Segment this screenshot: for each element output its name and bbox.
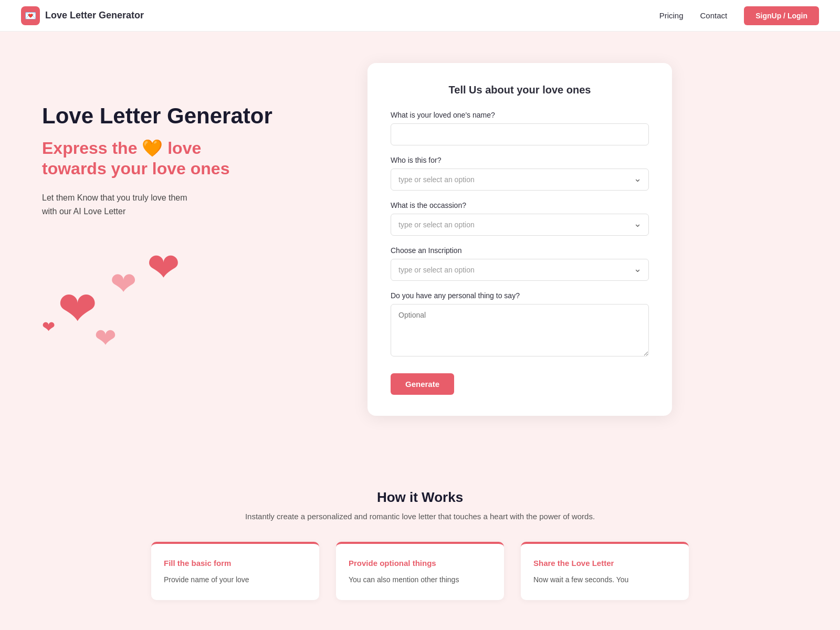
logo[interactable]: 💌 Love Letter Generator bbox=[21, 6, 144, 25]
hero-subtitle: Express the 🧡 love towards your love one… bbox=[42, 138, 336, 178]
step-1-desc: Provide name of your love bbox=[164, 574, 307, 585]
hero-desc-line1: Let them Know that you truly love them bbox=[42, 193, 187, 202]
signup-button[interactable]: SignUp / Login bbox=[744, 6, 819, 25]
who-field-group: Who is this for? type or select an optio… bbox=[391, 156, 649, 191]
navbar: 💌 Love Letter Generator Pricing Contact … bbox=[0, 0, 840, 32]
how-it-works-section: How it Works Instantly create a personal… bbox=[0, 458, 840, 630]
steps-grid: Fill the basic form Provide name of your… bbox=[42, 542, 798, 600]
who-select[interactable]: type or select an option bbox=[391, 169, 649, 191]
hero-content: Love Letter Generator Express the 🧡 love… bbox=[42, 103, 336, 375]
inscription-label: Choose an Inscription bbox=[391, 246, 649, 255]
occasion-select-wrapper: type or select an option bbox=[391, 214, 649, 236]
step-card-2: Provide optional things You can also men… bbox=[336, 542, 504, 600]
heart-2: ❤ bbox=[110, 265, 136, 302]
heart-4: ❤ bbox=[42, 318, 55, 336]
name-field-group: What is your loved one's name? bbox=[391, 111, 649, 145]
step-card-1: Fill the basic form Provide name of your… bbox=[151, 542, 319, 600]
inscription-select[interactable]: type or select an option bbox=[391, 259, 649, 281]
inscription-select-wrapper: type or select an option bbox=[391, 259, 649, 281]
step-2-desc: You can also mention other things bbox=[349, 574, 491, 585]
form-card: Tell Us about your love ones What is you… bbox=[368, 63, 672, 416]
how-description: Instantly create a personalized and roma… bbox=[42, 512, 798, 521]
hero-subtitle-line1: Express the 🧡 love bbox=[42, 139, 201, 158]
logo-icon: 💌 bbox=[21, 6, 40, 25]
hero-title: Love Letter Generator bbox=[42, 103, 336, 129]
who-select-wrapper: type or select an option bbox=[391, 169, 649, 191]
heart-5: ❤ bbox=[94, 323, 117, 353]
name-input[interactable] bbox=[391, 123, 649, 145]
name-label: What is your loved one's name? bbox=[391, 111, 649, 119]
form-title: Tell Us about your love ones bbox=[391, 84, 649, 96]
hero-subtitle-line2: towards your love ones bbox=[42, 159, 229, 178]
heart-3: ❤ bbox=[147, 244, 180, 290]
occasion-field-group: What is the occassion? type or select an… bbox=[391, 201, 649, 236]
logo-text: Love Letter Generator bbox=[45, 10, 144, 21]
nav-contact-link[interactable]: Contact bbox=[700, 11, 728, 20]
nav-links: Pricing Contact SignUp / Login bbox=[659, 6, 819, 25]
step-3-desc: Now wait a few seconds. You bbox=[533, 574, 676, 585]
occasion-select[interactable]: type or select an option bbox=[391, 214, 649, 236]
nav-pricing-link[interactable]: Pricing bbox=[659, 11, 684, 20]
inscription-field-group: Choose an Inscription type or select an … bbox=[391, 246, 649, 281]
personal-textarea[interactable] bbox=[391, 304, 649, 356]
personal-label: Do you have any personal thing to say? bbox=[391, 291, 649, 300]
hero-section: Love Letter Generator Express the 🧡 love… bbox=[0, 32, 840, 458]
hero-desc-line2: with our AI Love Letter bbox=[42, 207, 125, 216]
generate-button[interactable]: Generate bbox=[391, 373, 454, 395]
hearts-decoration: ❤ ❤ ❤ ❤ ❤ bbox=[42, 239, 242, 375]
step-1-title: Fill the basic form bbox=[164, 559, 307, 568]
step-card-3: Share the Love Letter Now wait a few sec… bbox=[521, 542, 689, 600]
who-label: Who is this for? bbox=[391, 156, 649, 164]
occasion-label: What is the occassion? bbox=[391, 201, 649, 209]
hero-description: Let them Know that you truly love them w… bbox=[42, 191, 336, 218]
heart-1: ❤ bbox=[58, 281, 97, 336]
step-3-title: Share the Love Letter bbox=[533, 559, 676, 568]
how-title: How it Works bbox=[42, 489, 798, 506]
personal-field-group: Do you have any personal thing to say? bbox=[391, 291, 649, 359]
step-2-title: Provide optional things bbox=[349, 559, 491, 568]
